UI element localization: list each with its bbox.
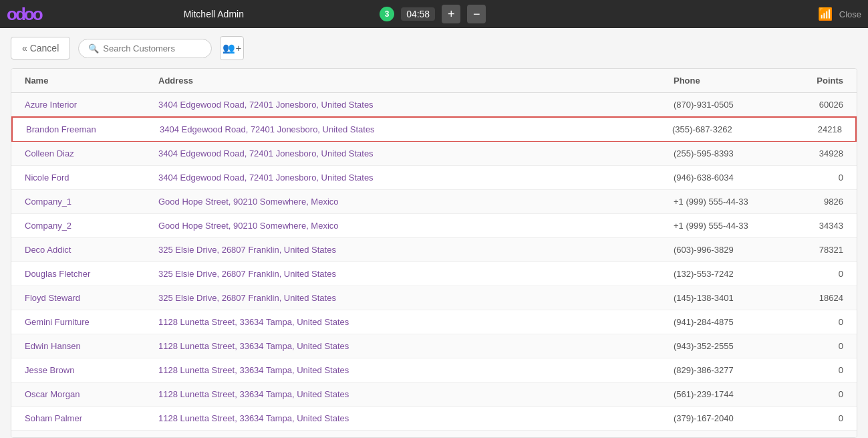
cell-name: Gemini Furniture: [19, 310, 153, 334]
col-phone: Phone: [668, 69, 788, 92]
toolbar: « Cancel 🔍 👥+: [0, 28, 868, 68]
cell-points: 34343: [788, 214, 849, 237]
cell-address: 1128 Lunetta Street, 33634 Tampa, United…: [153, 358, 668, 382]
cell-address: 1128 Lunetta Street, 33634 Tampa, United…: [153, 310, 668, 334]
cell-name: Edwin Hansen: [19, 334, 153, 358]
add-customer-button[interactable]: 👥+: [220, 36, 244, 60]
cell-address: 3404 Edgewood Road, 72401 Jonesboro, Uni…: [153, 142, 668, 165]
topbar: odoo Mitchell Admin 3 04:58 + − 📶 Close: [0, 0, 868, 28]
cell-address: 3202 Hannah Street, 28801 Asheville, Uni…: [153, 431, 668, 437]
cell-address: Good Hope Street, 90210 Somewhere, Mexic…: [153, 214, 668, 237]
cell-address: 3404 Edgewood Road, 72401 Jonesboro, Uni…: [154, 118, 667, 141]
cell-name: Colleen Diaz: [19, 142, 153, 165]
table-row[interactable]: Lumber Inc 3202 Hannah Street, 28801 Ash…: [11, 431, 857, 437]
cell-points: 78321: [788, 238, 849, 261]
logo-text: odoo: [7, 4, 41, 25]
odoo-logo: odoo: [7, 4, 41, 25]
cell-address: 3404 Edgewood Road, 72401 Jonesboro, Uni…: [153, 166, 668, 189]
cell-phone: +1 (999) 555-44-33: [668, 190, 788, 213]
topbar-badge: 3: [380, 7, 394, 21]
table-row[interactable]: Douglas Fletcher 325 Elsie Drive, 26807 …: [11, 262, 857, 286]
cell-phone: +1 (999) 555-44-33: [668, 214, 788, 237]
cell-address: 325 Elsie Drive, 26807 Franklin, United …: [153, 238, 668, 261]
cell-address: 1128 Lunetta Street, 33634 Tampa, United…: [153, 407, 668, 430]
table-row[interactable]: Gemini Furniture 1128 Lunetta Street, 33…: [11, 310, 857, 334]
cell-name: Soham Palmer: [19, 407, 153, 430]
cell-points: 0: [788, 310, 849, 334]
col-name: Name: [19, 69, 153, 92]
cell-address: 325 Elsie Drive, 26807 Franklin, United …: [153, 286, 668, 310]
cell-name: Company_1: [19, 190, 153, 213]
cell-points: 0: [788, 382, 849, 406]
search-input[interactable]: [103, 43, 196, 53]
cell-phone: (145)-138-3401: [668, 286, 788, 310]
cell-points: 24218: [787, 118, 847, 141]
cell-name: Floyd Steward: [19, 286, 153, 310]
cell-points: 0: [788, 358, 849, 382]
table-row[interactable]: Edwin Hansen 1128 Lunetta Street, 33634 …: [11, 334, 857, 358]
person-plus-icon: 👥+: [223, 42, 241, 54]
table-row[interactable]: Company_2 Good Hope Street, 90210 Somewh…: [11, 214, 857, 238]
table-header: Name Address Phone Points: [11, 69, 857, 93]
topbar-user: Mitchell Admin: [55, 9, 374, 19]
cell-phone: (561)-239-1744: [668, 382, 788, 406]
cell-address: 1128 Lunetta Street, 33634 Tampa, United…: [153, 334, 668, 358]
cell-address: 3404 Edgewood Road, 72401 Jonesboro, Uni…: [153, 93, 668, 116]
cell-points: 34928: [788, 142, 849, 165]
table-row[interactable]: Azure Interior 3404 Edgewood Road, 72401…: [11, 93, 857, 117]
cell-points: 0: [788, 262, 849, 286]
cell-phone: (943)-352-2555: [668, 334, 788, 358]
cell-points: 60026: [788, 93, 849, 116]
search-box: 🔍: [78, 39, 212, 58]
table-row[interactable]: Soham Palmer 1128 Lunetta Street, 33634 …: [11, 407, 857, 431]
cell-name: Douglas Fletcher: [19, 262, 153, 286]
cell-points: 0: [788, 431, 849, 437]
cell-name: Jesse Brown: [19, 358, 153, 382]
table-row[interactable]: Company_1 Good Hope Street, 90210 Somewh…: [11, 190, 857, 214]
cell-phone: (828)-316-0593: [668, 431, 788, 437]
cell-points: 0: [788, 407, 849, 430]
table-row[interactable]: Deco Addict 325 Elsie Drive, 26807 Frank…: [11, 238, 857, 262]
close-button[interactable]: Close: [839, 9, 861, 19]
cell-phone: (379)-167-2040: [668, 407, 788, 430]
cell-phone: (603)-996-3829: [668, 238, 788, 261]
cell-phone: (946)-638-6034: [668, 166, 788, 189]
topbar-add-button[interactable]: +: [442, 5, 460, 23]
cell-points: 0: [788, 334, 849, 358]
cell-phone: (355)-687-3262: [667, 118, 787, 141]
customer-table: Name Address Phone Points Azure Interior…: [11, 68, 857, 438]
col-address: Address: [153, 69, 668, 92]
cell-phone: (870)-931-0505: [668, 93, 788, 116]
wifi-icon: 📶: [818, 7, 833, 21]
cell-name: Lumber Inc: [19, 431, 153, 437]
table-row[interactable]: Floyd Steward 325 Elsie Drive, 26807 Fra…: [11, 286, 857, 310]
table-row[interactable]: Brandon Freeman 3404 Edgewood Road, 7240…: [11, 116, 857, 142]
cancel-button[interactable]: « Cancel: [11, 37, 70, 60]
table-row[interactable]: Nicole Ford 3404 Edgewood Road, 72401 Jo…: [11, 166, 857, 190]
main-content: « Cancel 🔍 👥+ Name Address Phone Points …: [0, 28, 868, 438]
cell-address: 325 Elsie Drive, 26807 Franklin, United …: [153, 262, 668, 286]
cell-phone: (941)-284-4875: [668, 310, 788, 334]
topbar-timer: 04:58: [401, 7, 435, 21]
table-row[interactable]: Oscar Morgan 1128 Lunetta Street, 33634 …: [11, 382, 857, 407]
cell-name: Azure Interior: [19, 93, 153, 116]
cell-phone: (132)-553-7242: [668, 262, 788, 286]
cell-name: Company_2: [19, 214, 153, 237]
cell-name: Brandon Freeman: [21, 118, 154, 141]
col-points: Points: [788, 69, 849, 92]
topbar-minus-button[interactable]: −: [467, 5, 486, 23]
cell-points: 18624: [788, 286, 849, 310]
cell-phone: (255)-595-8393: [668, 142, 788, 165]
cell-phone: (829)-386-3277: [668, 358, 788, 382]
cell-address: 1128 Lunetta Street, 33634 Tampa, United…: [153, 382, 668, 406]
cell-points: 9826: [788, 190, 849, 213]
cell-name: Oscar Morgan: [19, 382, 153, 406]
cell-points: 0: [788, 166, 849, 189]
search-icon: 🔍: [88, 43, 99, 53]
cell-name: Nicole Ford: [19, 166, 153, 189]
table-row[interactable]: Jesse Brown 1128 Lunetta Street, 33634 T…: [11, 358, 857, 382]
cell-address: Good Hope Street, 90210 Somewhere, Mexic…: [153, 190, 668, 213]
cell-name: Deco Addict: [19, 238, 153, 261]
table-body: Azure Interior 3404 Edgewood Road, 72401…: [11, 93, 857, 437]
table-row[interactable]: Colleen Diaz 3404 Edgewood Road, 72401 J…: [11, 142, 857, 166]
